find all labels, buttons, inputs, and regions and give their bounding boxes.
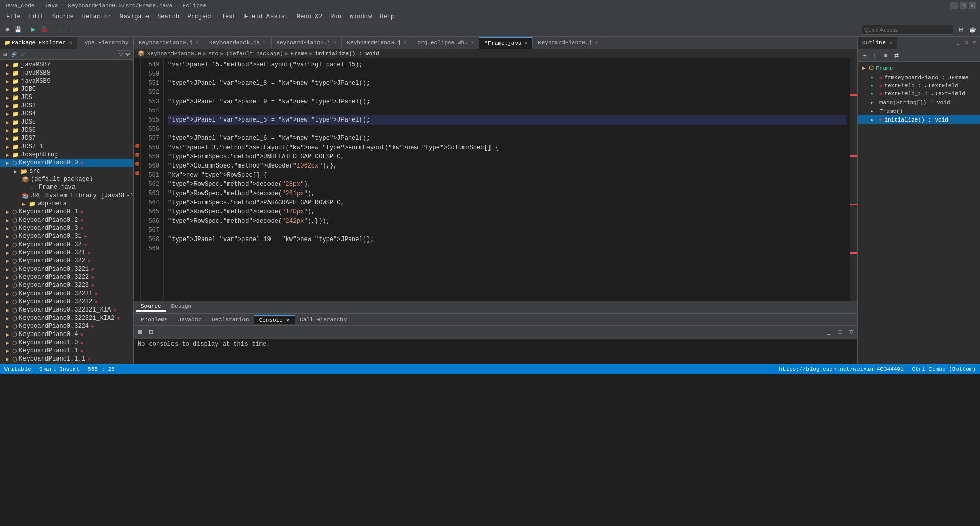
tab-close[interactable]: ✕ xyxy=(196,40,199,45)
outline-maximize-btn[interactable]: □ xyxy=(963,39,970,46)
outline-item-textfield1jtextfield[interactable]: ▪⊗textField_1 : JTextField xyxy=(858,90,980,98)
tree-item-josephring[interactable]: ▶ 📁 JosephRing xyxy=(0,151,133,159)
tree-item-keyboardpiano00[interactable]: ▶ ⬡ KeyboardPiano0.0⊗ xyxy=(0,159,133,167)
menu-item-edit[interactable]: Edit xyxy=(25,12,48,21)
toolbar-back[interactable]: ← xyxy=(54,25,64,35)
tree-item-framejava[interactable]: ☕ Frame.java xyxy=(0,183,133,192)
editor-tab-keyboardhookja[interactable]: KeyboardHook.ja✕ xyxy=(204,37,271,49)
tree-item-src[interactable]: ▶ 📂 src xyxy=(0,167,133,175)
breakpoint-563[interactable] xyxy=(134,187,140,196)
breakpoint-555[interactable] xyxy=(134,113,140,123)
outline-item-mainstringvoid[interactable]: ▸main(String[]) : void xyxy=(858,98,980,107)
breakpoint-561[interactable] xyxy=(134,169,140,178)
toolbar-new[interactable]: ⊕ xyxy=(2,25,12,35)
menu-item-refactor[interactable]: Refactor xyxy=(78,12,116,21)
window-controls[interactable]: ─ □ ✕ xyxy=(950,2,976,9)
link-editor-btn[interactable]: 🔗 xyxy=(10,50,18,58)
quick-access-input[interactable] xyxy=(862,25,953,35)
breakpoint-553[interactable] xyxy=(134,95,140,104)
menu-item-search[interactable]: Search xyxy=(153,12,183,21)
menu-item-run[interactable]: Run xyxy=(326,12,346,21)
src-tab-design[interactable]: Design xyxy=(166,302,197,312)
tab-type-hierarchy[interactable]: Type Hierarchy ✕ xyxy=(77,37,140,49)
outline-collapse-btn[interactable]: ⊟ xyxy=(859,50,869,60)
outline-close[interactable]: ✕ xyxy=(889,39,893,46)
editor-tab-keyboardpiano0j[interactable]: KeyboardPiano0.j✕ xyxy=(134,37,204,49)
toolbar-run[interactable]: ▶ xyxy=(28,25,38,35)
outline-sort-btn[interactable]: ↕ xyxy=(870,50,880,60)
menu-item-test[interactable]: Test xyxy=(217,12,240,21)
breakpoint-550[interactable] xyxy=(134,67,140,77)
tree-item-keyboardpiano04[interactable]: ▶ ⬡ KeyboardPiano0.4⊗ xyxy=(0,330,133,339)
editor-tab-framejava[interactable]: *Frame.java✕ xyxy=(479,37,533,49)
outline-item-textfieldjtextfield[interactable]: ▪⊗textField : JTextField xyxy=(858,82,980,90)
console-clear-btn[interactable]: ⊠ xyxy=(135,327,145,337)
tree-item-jdbc[interactable]: ▶ 📁 JDBC xyxy=(0,85,133,93)
breakpoint-566[interactable] xyxy=(134,214,140,224)
tree-item-javamsb8[interactable]: ▶ 📁 javaMSB8 xyxy=(0,69,133,77)
outline-hide-fields-btn[interactable]: ≡ xyxy=(880,50,891,60)
menu-item-help[interactable]: Help xyxy=(376,12,399,21)
src-tab-source[interactable]: Source xyxy=(136,302,166,312)
tree-item-jds3[interactable]: ▶ 📁 JDS3 xyxy=(0,102,133,110)
breakpoint-551[interactable] xyxy=(134,77,140,86)
tree-item-jds7[interactable]: ▶ 📁 JDS7 xyxy=(0,134,133,142)
right-scroll-markers[interactable] xyxy=(850,58,857,301)
tree-item-jds6[interactable]: ▶ 📁 JDS6 xyxy=(0,126,133,134)
editor-tab-orgeclipsewb[interactable]: org.eclipse.wb.✕ xyxy=(412,37,479,49)
toolbar-save[interactable]: 💾 xyxy=(13,25,23,35)
menu-item-navigate[interactable]: Navigate xyxy=(115,12,153,21)
tab-close[interactable]: ✕ xyxy=(263,40,265,45)
tree-item-wbpmeta[interactable]: ▶ 📁 wbp-meta xyxy=(0,200,133,208)
menu-item-file[interactable]: File xyxy=(2,12,25,21)
console-maximize-btn[interactable]: □ xyxy=(835,327,845,337)
tree-item-keyboardpiano02[interactable]: ▶ ⬡ KeyboardPiano0.2⊗ xyxy=(0,216,133,224)
outline-sync-btn[interactable]: ⇄ xyxy=(891,50,901,60)
breakpoint-556[interactable] xyxy=(134,123,140,132)
menu-item-project[interactable]: Project xyxy=(183,12,217,21)
tree-item-keyboardpiano03221[interactable]: ▶ ⬡ KeyboardPiano0.3221⊗ xyxy=(0,265,133,273)
tree-item-keyboardpiano11[interactable]: ▶ ⬡ KeyboardPiano1.1⊗ xyxy=(0,347,133,355)
breadcrumb-method[interactable]: initialize() : void xyxy=(315,51,379,57)
tree-item-keyboardpiano0322[interactable]: ▶ ⬡ KeyboardPiano0.322⊗ xyxy=(0,257,133,265)
toolbar-java-perspective[interactable]: ☕ xyxy=(968,25,978,35)
breakpoint-559[interactable] xyxy=(134,150,140,159)
menu-item-field-assist[interactable]: Field Assist xyxy=(240,12,292,21)
toolbar-debug[interactable]: 🐞 xyxy=(39,25,50,35)
breadcrumb-src[interactable]: src xyxy=(208,51,218,57)
working-set-select[interactable]: ▽ xyxy=(117,50,132,58)
menu-item-menu-x2[interactable]: Menu X2 xyxy=(292,12,326,21)
close-button[interactable]: ✕ xyxy=(969,2,976,9)
minimize-button[interactable]: ─ xyxy=(950,2,958,9)
tree-item-keyboardpiano10[interactable]: ▶ ⬡ KeyboardPiano1.0⊗ xyxy=(0,339,133,347)
tree-item-keyboardpiano0322321kia2[interactable]: ▶ ⬡ KeyboardPiano0.322321_KIA2⊗ xyxy=(0,314,133,322)
tree-item-keyboardpiano03224[interactable]: ▶ ⬡ KeyboardPiano0.3224⊗ xyxy=(0,322,133,330)
tab-package-explorer[interactable]: 📁 Package Explorer ✕ xyxy=(0,37,77,49)
breakpoint-568[interactable] xyxy=(134,233,140,242)
toolbar-forward[interactable]: → xyxy=(65,25,76,35)
editor-tab-keyboardpiano0j[interactable]: KeyboardPiano0.j✕ xyxy=(533,37,603,49)
console-minimize-btn[interactable]: _ xyxy=(824,327,834,337)
tree-item-jds4[interactable]: ▶ 📁 JDS4 xyxy=(0,110,133,118)
breakpoint-552[interactable] xyxy=(134,86,140,95)
bottom-tab-problems[interactable]: Problems xyxy=(136,316,173,324)
tree-item-javamsb7[interactable]: ▶ 📁 javaMSB7 xyxy=(0,61,133,69)
package-explorer-close[interactable]: ✕ xyxy=(69,39,73,46)
breadcrumb-project[interactable]: KeyboardPiano0.0 xyxy=(147,51,201,57)
bottom-tab-console[interactable]: Console ✕ xyxy=(254,315,295,324)
tab-close[interactable]: ✕ xyxy=(471,40,474,45)
tab-close[interactable]: ✕ xyxy=(595,40,598,45)
outline-item-frame[interactable]: ▸Frame() xyxy=(858,107,980,115)
breadcrumb-class[interactable]: Frame xyxy=(291,51,308,57)
bottom-tab-call-hierarchy[interactable]: Call Hierarchy xyxy=(295,316,352,324)
breakpoint-557[interactable] xyxy=(134,132,140,141)
tree-item-keyboardpiano01[interactable]: ▶ ⬡ KeyboardPiano0.1⊗ xyxy=(0,208,133,216)
tree-item-jds[interactable]: ▶ 📁 JDS xyxy=(0,93,133,102)
console-menu-btn[interactable]: ▽ xyxy=(846,327,856,337)
tree-item-keyboardpiano03222[interactable]: ▶ ⬡ KeyboardPiano0.3222⊗ xyxy=(0,273,133,281)
tree-item-keyboardpiano031[interactable]: ▶ ⬡ KeyboardPiano0.31⊗ xyxy=(0,232,133,241)
breakpoint-554[interactable] xyxy=(134,104,140,113)
toolbar-perspective[interactable]: ⊞ xyxy=(955,25,966,35)
breakpoint-567[interactable] xyxy=(134,224,140,233)
breakpoint-549[interactable] xyxy=(134,58,140,67)
